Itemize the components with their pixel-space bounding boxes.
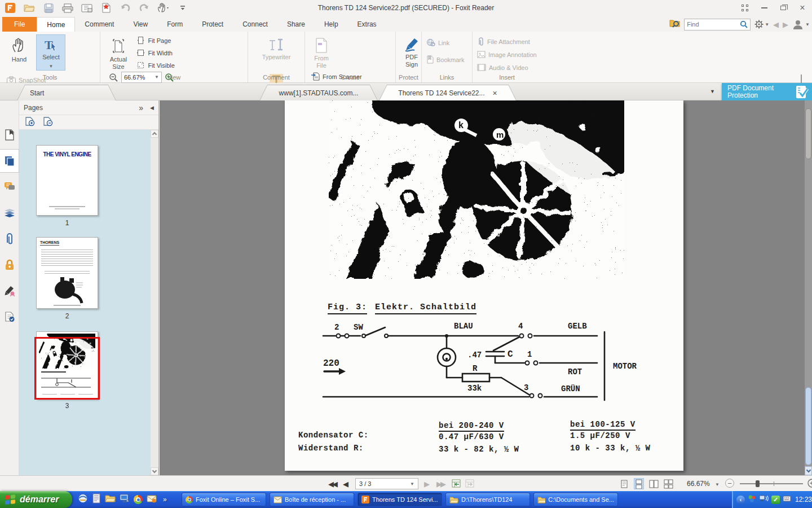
pdf-protection-banner[interactable]: PDF DocumentProtection xyxy=(722,83,812,100)
quicklaunch-overflow-icon[interactable]: » xyxy=(163,496,167,503)
pages-panel-icon[interactable] xyxy=(0,149,19,173)
fit-visible-button[interactable]: Fit Visible xyxy=(136,59,174,71)
enlarge-thumbnails-icon[interactable] xyxy=(25,116,35,129)
layers-panel-icon[interactable] xyxy=(0,201,19,225)
tray-input-icon[interactable] xyxy=(783,494,791,505)
scroll-up-icon[interactable] xyxy=(151,130,158,138)
comments-panel-icon[interactable] xyxy=(0,175,19,199)
user-account-icon[interactable]: ▼ xyxy=(792,19,810,29)
tab-help[interactable]: Help xyxy=(315,17,348,32)
taskbar-button-explorer-d[interactable]: D:\Thorens\TD124 xyxy=(445,493,530,506)
minimize-icon[interactable] xyxy=(757,2,771,14)
panel-options-icon[interactable]: » xyxy=(139,103,143,112)
facing-view-icon[interactable] xyxy=(648,478,659,489)
continuous-view-icon[interactable] xyxy=(634,478,644,489)
find-input[interactable] xyxy=(687,21,740,28)
tray-antivirus-icon[interactable]: ✓ xyxy=(771,496,780,504)
start-button[interactable]: démarrer xyxy=(0,491,72,508)
scrollbar-thumb-secondary[interactable] xyxy=(805,108,811,159)
close-icon[interactable]: × xyxy=(795,2,810,14)
tab-file[interactable]: File xyxy=(2,17,37,32)
typewriter-button[interactable]: Typewriter xyxy=(263,34,290,71)
tab-extras[interactable]: Extras xyxy=(348,17,386,32)
next-view-icon[interactable] xyxy=(465,479,475,491)
page-number-select[interactable]: 3 / 3 ▼ xyxy=(355,478,418,489)
single-page-view-icon[interactable] xyxy=(619,478,629,489)
restore-icon[interactable] xyxy=(776,2,791,14)
last-page-icon[interactable]: ▶▶ xyxy=(436,480,444,488)
tab-connect[interactable]: Connect xyxy=(233,17,277,32)
taskbar-button-inbox[interactable]: Boîte de réception - ... xyxy=(270,493,354,506)
tab-view[interactable]: View xyxy=(123,17,157,32)
tab-protect[interactable]: Protect xyxy=(192,17,233,32)
select-button[interactable]: T Select ▼ xyxy=(36,34,65,71)
taskbar-button-foxit-online[interactable]: Foxit Online – Foxit S... xyxy=(182,493,266,506)
quicklaunch-mail-icon[interactable] xyxy=(147,494,157,505)
find-field[interactable] xyxy=(684,19,751,30)
doc-tab-start[interactable]: Start xyxy=(17,85,116,100)
collapse-ribbon-icon[interactable] xyxy=(801,76,807,80)
link-button[interactable]: Link xyxy=(426,37,465,49)
doc-tab-stadtaus[interactable]: www[1].STADTAUS.com... xyxy=(259,85,378,100)
zoom-in-button[interactable] xyxy=(807,479,812,488)
from-file-button[interactable]: From File xyxy=(310,34,333,71)
quicklaunch-notepad-icon[interactable] xyxy=(92,493,101,506)
bookmarks-panel-icon[interactable] xyxy=(0,123,19,147)
quicklaunch-browser-icon[interactable] xyxy=(78,493,88,506)
search-icon[interactable] xyxy=(740,20,748,28)
search-folder-icon[interactable] xyxy=(669,19,680,30)
document-scrollbar[interactable] xyxy=(805,100,812,475)
quicklaunch-show-desktop-icon[interactable] xyxy=(120,494,130,505)
tray-network-icon[interactable] xyxy=(759,494,769,505)
previous-view-icon[interactable] xyxy=(451,479,461,491)
tile-windows-icon[interactable] xyxy=(738,2,752,14)
hide-icons-icon[interactable]: ‹ xyxy=(736,496,745,504)
zoom-options-icon[interactable]: ▼ xyxy=(715,482,720,487)
pdf-sign-button[interactable]: PDF Sign xyxy=(400,34,423,71)
actual-size-button[interactable]: Actual Size xyxy=(105,34,132,71)
thumbnail-scrollbar[interactable] xyxy=(151,130,158,475)
attachments-panel-icon[interactable] xyxy=(0,227,19,251)
tab-share[interactable]: Share xyxy=(277,17,315,32)
taskbar-button-explorer-c[interactable]: C:\Documents and Se... xyxy=(533,493,618,506)
find-options-gear-icon[interactable]: ▼ xyxy=(754,20,769,29)
scroll-down-icon[interactable] xyxy=(151,467,158,475)
image-annotation-button[interactable]: Image Annotation xyxy=(477,49,537,60)
page-thumbnail-2[interactable]: THORENS xyxy=(36,237,98,309)
page-thumbnail-1[interactable]: THE VINYL ENGINE xyxy=(36,145,98,216)
fit-page-button[interactable]: Fit Page xyxy=(136,34,174,46)
tab-home[interactable]: Home xyxy=(37,17,75,32)
bookmark-button[interactable]: Bookmark xyxy=(426,54,465,65)
file-attachment-button[interactable]: File Attachment xyxy=(477,36,537,47)
audio-video-button[interactable]: Audio & Video xyxy=(477,62,537,73)
hand-button[interactable]: Hand xyxy=(5,34,34,71)
signatures-panel-icon[interactable] xyxy=(0,279,19,303)
security-panel-icon[interactable] xyxy=(0,253,19,277)
find-next-icon[interactable]: ▶ xyxy=(783,20,788,29)
first-page-icon[interactable]: ◀◀ xyxy=(328,480,336,488)
quicklaunch-chrome-icon[interactable] xyxy=(134,495,143,504)
scroll-down-icon[interactable] xyxy=(805,466,812,475)
zoom-slider[interactable] xyxy=(740,483,803,484)
document-view[interactable]: k m Fig. 3:Elektr. Schaltbild xyxy=(160,100,805,475)
taskbar-button-thorens-pdf[interactable]: Thorens TD 124 Servi... xyxy=(358,493,442,506)
scrollbar-thumb[interactable] xyxy=(805,387,811,465)
collapse-panel-icon[interactable]: ◀ xyxy=(150,105,154,111)
quicklaunch-folder-icon[interactable] xyxy=(105,494,116,505)
validate-panel-icon[interactable] xyxy=(0,305,19,329)
find-previous-icon[interactable]: ◀ xyxy=(773,20,779,29)
doc-tab-thorens[interactable]: Thorens TD 124 Service22...× xyxy=(379,85,517,100)
zoom-slider-thumb[interactable] xyxy=(756,480,760,487)
reduce-thumbnails-icon[interactable] xyxy=(43,116,53,129)
tab-form[interactable]: Form xyxy=(157,17,192,32)
zoom-out-button[interactable]: − xyxy=(725,479,734,488)
tab-overflow-icon[interactable]: ▼ xyxy=(710,89,715,94)
fit-width-button[interactable]: Fit Width xyxy=(136,47,174,59)
tray-messenger-icon[interactable] xyxy=(748,494,756,505)
close-tab-icon[interactable]: × xyxy=(493,89,497,98)
tab-comment[interactable]: Comment xyxy=(75,17,123,32)
continuous-facing-view-icon[interactable] xyxy=(663,478,673,489)
previous-page-icon[interactable]: ◀ xyxy=(343,480,348,488)
page-thumbnail-3[interactable] xyxy=(36,331,98,399)
next-page-icon[interactable]: ▶ xyxy=(424,480,430,488)
